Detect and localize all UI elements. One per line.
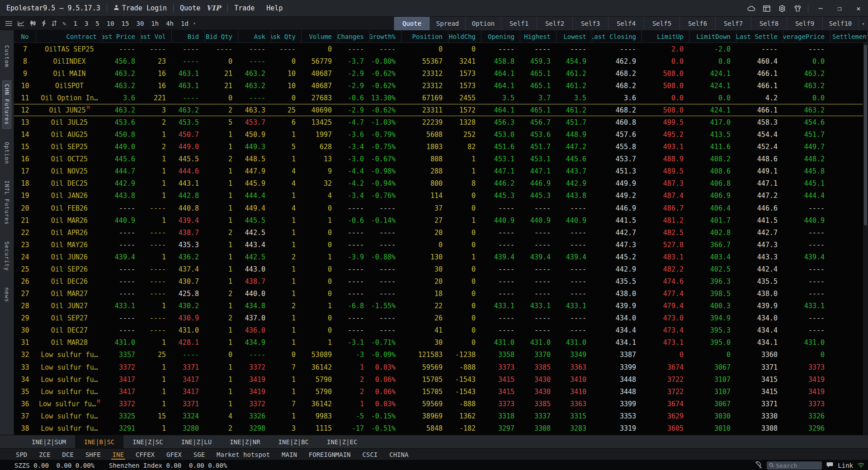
sort-icon[interactable] (52, 20, 57, 26)
table-row[interactable]: 30Oil DEC27--------431.01436.010--------… (14, 324, 868, 337)
table-row[interactable]: 13Oil JUL25453.62453.55453.7613425-4.7-1… (14, 116, 868, 128)
column-header-last-closing[interactable]: Last Closing (592, 30, 642, 42)
table-row[interactable]: 14Oil AUG25450.81450.71450.911997-3.6-0.… (14, 129, 868, 141)
table-row[interactable]: 16Oil OCT25445.61445.52448.5113-3.0-0.67… (14, 153, 868, 165)
column-header-bid-qty[interactable]: Bid Qty (205, 30, 238, 42)
skin-theme-icon[interactable] (790, 0, 805, 17)
tab-self2[interactable]: Self2 (537, 17, 572, 30)
column-header-limitdown[interactable]: LimitDown (689, 30, 736, 42)
column-header-holdchg[interactable]: HoldChg (448, 30, 481, 42)
tab-spread[interactable]: Spread (429, 17, 465, 30)
exchange-tab-dce[interactable]: DCE (57, 449, 80, 460)
tab-self9[interactable]: Self9 (787, 17, 822, 30)
tab-self6[interactable]: Self6 (679, 17, 715, 30)
contract-tab-ine-z-sum[interactable]: INE|Z|SUM (23, 435, 75, 448)
tab-self5[interactable]: Self5 (644, 17, 679, 30)
satellite-dish-icon[interactable] (755, 461, 762, 470)
column-header-limitup[interactable]: LimitUp (642, 30, 689, 42)
sidebar-item-security[interactable]: Security (3, 238, 11, 274)
table-row[interactable]: 8OilINDEX456.823----0----056779-3.7-0.80… (14, 55, 868, 67)
exchange-tab-csci[interactable]: CSCI (357, 449, 384, 460)
contract-tab-ine-z-bc[interactable]: INE|Z|BC (269, 435, 318, 448)
column-header-bid[interactable]: Bid (172, 30, 205, 42)
tab-self8[interactable]: Self8 (751, 17, 787, 30)
tab-option[interactable]: Option (465, 17, 501, 30)
tab-self10[interactable]: Self10 (822, 17, 858, 30)
column-header-opening[interactable]: Opening (481, 30, 520, 42)
exchange-tab-main[interactable]: MAIN (276, 449, 303, 460)
message-bubble-icon[interactable] (826, 462, 833, 469)
table-row[interactable]: 37Low sulfur fu…33251533244332619983-5-0… (14, 410, 868, 422)
table-row[interactable]: 24Oil JUN26439.41436.21442.521-3.9-0.88%… (14, 251, 868, 263)
timeframe-4h[interactable]: 4h (166, 20, 174, 27)
timeframe-5[interactable]: 5 (95, 20, 99, 27)
trade-login-button[interactable]: Trade Login (113, 4, 167, 12)
timeframe-30[interactable]: 30 (136, 20, 144, 27)
table-row[interactable]: 26Oil DEC26--------430.71438.710--------… (14, 275, 868, 287)
exchange-tab-spd[interactable]: SPD (10, 449, 33, 460)
timeframe-15[interactable]: 15 (122, 20, 129, 27)
column-header-last-settle[interactable]: Last Settle (736, 30, 783, 42)
column-header-last-vol[interactable]: Last Vol (141, 30, 172, 42)
table-row[interactable]: 15Oil SEP25449.02449.01449.35628-3.4-0.7… (14, 141, 868, 153)
restore-button[interactable]: ❐ (830, 0, 849, 17)
column-header-position[interactable]: Position (401, 30, 448, 42)
help-menu[interactable]: Help (266, 4, 283, 12)
column-header-growth[interactable]: Growth% (370, 30, 401, 42)
sidebar-item-news[interactable]: news (3, 284, 11, 306)
exchange-tab-foreignmain[interactable]: FOREIGNMAIN (303, 449, 357, 460)
close-button[interactable]: ✕ (849, 0, 868, 17)
exchange-tab-ine[interactable]: INE (107, 449, 130, 460)
exchange-tab-zce[interactable]: ZCE (33, 449, 56, 460)
column-header-ask-qty[interactable]: Ask Qty (271, 30, 302, 42)
exchange-tab-china[interactable]: CHINA (383, 449, 414, 460)
column-header-contract[interactable]: Contract (36, 30, 103, 42)
table-row[interactable]: 21Oil MAR26440.91439.41445.511-0.6-0.14%… (14, 214, 868, 226)
tab-self3[interactable]: Self3 (572, 17, 608, 30)
sidebar-item-custom[interactable]: Custom (3, 42, 11, 70)
table-row[interactable]: 27Oil MAR27--------425.82440.010--------… (14, 288, 868, 300)
column-header-averageprice[interactable]: AveragePrice (783, 30, 830, 42)
tab-overflow-caret[interactable]: ▾ (858, 17, 868, 30)
line-chart-icon[interactable] (18, 21, 24, 26)
tab-self7[interactable]: Self7 (715, 17, 751, 30)
scrollbar-thumb[interactable] (864, 45, 867, 226)
pencil-icon[interactable]: ✎ (62, 20, 66, 27)
tab-quote[interactable]: Quote (394, 17, 429, 30)
lightning-icon[interactable] (42, 20, 46, 26)
timeframe-dropdown-caret[interactable]: ▾ (193, 21, 196, 26)
column-header-no[interactable]: No (14, 30, 36, 42)
minimize-button[interactable]: ─ (811, 0, 830, 17)
exchange-tab-market-hotspot[interactable]: Market hotspot (211, 449, 276, 460)
table-row[interactable]: 17Oil NOV25444.71444.61447.949-4.4-0.98%… (14, 165, 868, 178)
table-row[interactable]: 23Oil MAY26--------435.31443.410--------… (14, 239, 868, 251)
timeframe-1h[interactable]: 1h (151, 20, 159, 27)
table-row[interactable]: 25Oil SEP26--------437.41443.010--------… (14, 263, 868, 275)
table-row[interactable]: 9Oil MAIN463.216463.121463.21040687-2.9-… (14, 67, 868, 80)
exchange-tab-cffex[interactable]: CFFEX (130, 449, 160, 460)
table-row[interactable]: 28Oil JUN27433.11430.21434.821-6.8-1.55%… (14, 300, 868, 312)
table-row[interactable]: 11Oil Option In…3.6221----0----027683-0.… (14, 92, 868, 104)
column-header-ask[interactable]: Ask (238, 30, 271, 42)
timeframe-1d[interactable]: 1d (181, 20, 189, 27)
column-header-volume[interactable]: Volume (302, 30, 338, 42)
table-row[interactable]: 7OilTAS SEP25------------------------0--… (14, 43, 868, 55)
table-row[interactable]: 10OilSPOT463.216463.121463.21040687-2.9-… (14, 80, 868, 92)
column-header-lowest[interactable]: Lowest (557, 30, 592, 42)
contract-tab-ine-z-lu[interactable]: INE|Z|LU (172, 435, 221, 448)
table-row[interactable]: 38Low sulfur fu…3291132802329831115-17-0… (14, 422, 868, 434)
search-input[interactable] (776, 462, 816, 469)
contract-tab-ine-z-sc[interactable]: INE|Z|SC (123, 435, 172, 448)
exchange-tab-gfex[interactable]: GFEX (160, 449, 188, 460)
table-row[interactable]: 29Oil SEP27--------430.92437.010--------… (14, 312, 868, 324)
table-row[interactable]: 19Oil JAN26443.81442.81444.414-3.4-0.76%… (14, 190, 868, 202)
exchange-tab-shfe[interactable]: SHFE (80, 449, 107, 460)
tab-self1[interactable]: Self1 (501, 17, 537, 30)
table-row[interactable]: 36Low sulfur fu…M3372133711337273614210.… (14, 398, 868, 410)
tab-self4[interactable]: Self4 (608, 17, 644, 30)
timeframe-10[interactable]: 10 (107, 20, 114, 27)
table-row[interactable]: 35Low sulfur fu…341713417134191579020.06… (14, 385, 868, 398)
settings-gear-icon[interactable] (774, 0, 790, 17)
table-row[interactable]: 22Oil APR26--------438.72442.510--------… (14, 226, 868, 239)
sidebar-item-option[interactable]: Option (3, 139, 11, 167)
